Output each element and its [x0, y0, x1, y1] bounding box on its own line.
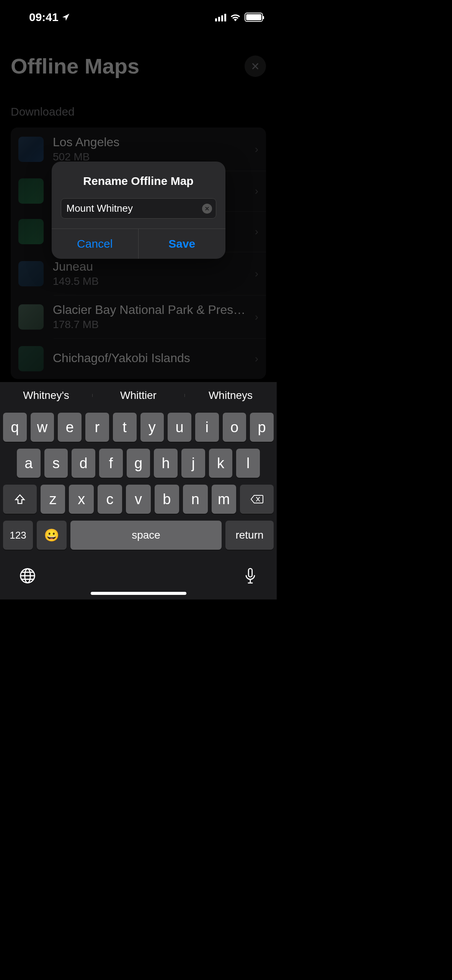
key-s[interactable]: s [44, 449, 68, 478]
dialog-buttons: Cancel Save [52, 229, 225, 259]
map-size: 149.5 MB [53, 275, 246, 287]
key-i[interactable]: i [195, 413, 219, 442]
clock-time: 09:41 [29, 11, 59, 24]
status-icons [215, 13, 263, 22]
suggestion[interactable]: Whittier [92, 389, 184, 402]
clear-input-button[interactable] [202, 204, 212, 214]
key-v[interactable]: v [126, 485, 150, 514]
keyboard-row-4: 123 😀 space return [3, 521, 274, 550]
key-b[interactable]: b [155, 485, 179, 514]
key-h[interactable]: h [154, 449, 178, 478]
key-q[interactable]: q [3, 413, 27, 442]
suggestion[interactable]: Whitneys [184, 389, 277, 402]
map-row[interactable]: Chichagof/Yakobi Islands › [11, 338, 266, 379]
key-x[interactable]: x [69, 485, 93, 514]
key-g[interactable]: g [127, 449, 150, 478]
key-w[interactable]: w [31, 413, 54, 442]
key-p[interactable]: p [250, 413, 274, 442]
map-name: Glacier Bay National Park & Preser… [53, 303, 246, 317]
wifi-icon [230, 13, 241, 21]
map-thumbnail [18, 178, 44, 204]
return-key[interactable]: return [225, 521, 274, 550]
status-bar: 09:41 [0, 0, 277, 34]
chevron-right-icon: › [255, 311, 258, 323]
key-t[interactable]: t [113, 413, 137, 442]
key-m[interactable]: m [212, 485, 236, 514]
keyboard: Whitney's Whittier Whitneys q w e r t y … [0, 382, 277, 599]
backspace-icon [250, 494, 263, 504]
key-y[interactable]: y [140, 413, 164, 442]
shift-icon [14, 493, 26, 505]
map-thumbnail [18, 346, 44, 371]
page-title: Offline Maps [11, 54, 139, 78]
key-o[interactable]: o [223, 413, 246, 442]
map-thumbnail [18, 261, 44, 286]
home-indicator[interactable] [91, 592, 186, 595]
key-k[interactable]: k [209, 449, 233, 478]
close-icon [205, 206, 209, 211]
chevron-right-icon: › [255, 353, 258, 365]
map-thumbnail [18, 304, 44, 330]
battery-icon [245, 13, 263, 22]
cellular-signal-icon [215, 13, 226, 21]
mic-icon[interactable] [243, 567, 258, 584]
key-n[interactable]: n [183, 485, 207, 514]
suggestion[interactable]: Whitney's [0, 389, 92, 402]
map-row[interactable]: Glacier Bay National Park & Preser… 178.… [11, 295, 266, 338]
dialog-title: Rename Offline Map [52, 162, 225, 198]
map-name: Chichagof/Yakobi Islands [53, 351, 246, 365]
space-key[interactable]: space [70, 521, 222, 550]
location-services-icon [62, 13, 70, 21]
save-button[interactable]: Save [138, 229, 225, 259]
key-j[interactable]: j [181, 449, 205, 478]
backspace-key[interactable] [240, 485, 274, 514]
chevron-right-icon: › [255, 143, 258, 155]
keyboard-row-3: z x c v b n m [3, 485, 274, 514]
numeric-key[interactable]: 123 [3, 521, 33, 550]
chevron-right-icon: › [255, 268, 258, 280]
chevron-right-icon: › [255, 225, 258, 238]
key-d[interactable]: d [72, 449, 95, 478]
key-f[interactable]: f [99, 449, 123, 478]
key-l[interactable]: l [236, 449, 260, 478]
key-e[interactable]: e [58, 413, 82, 442]
close-button[interactable] [245, 56, 266, 77]
key-a[interactable]: a [17, 449, 41, 478]
keyboard-row-2: a s d f g h j k l [3, 449, 274, 478]
status-time: 09:41 [14, 11, 70, 24]
key-r[interactable]: r [85, 413, 109, 442]
map-thumbnail [18, 219, 44, 244]
keyboard-bottom-bar [0, 557, 277, 588]
keyboard-row-1: q w e r t y u i o p [3, 413, 274, 442]
rename-dialog: Rename Offline Map Cancel Save [52, 162, 225, 259]
cancel-button[interactable]: Cancel [52, 229, 139, 259]
map-thumbnail [18, 137, 44, 162]
keyboard-suggestions: Whitney's Whittier Whitneys [0, 382, 277, 409]
map-name: Juneau [53, 260, 246, 274]
key-c[interactable]: c [98, 485, 122, 514]
globe-icon[interactable] [19, 567, 36, 584]
map-name: Los Angeles [53, 135, 246, 149]
emoji-icon: 😀 [44, 528, 59, 542]
chevron-right-icon: › [255, 185, 258, 197]
shift-key[interactable] [3, 485, 37, 514]
rename-field-wrapper [61, 198, 216, 219]
section-downloaded-label: Downloaded [11, 105, 266, 118]
rename-input[interactable] [61, 199, 202, 218]
emoji-key[interactable]: 😀 [37, 521, 67, 550]
close-icon [251, 62, 259, 70]
key-z[interactable]: z [41, 485, 65, 514]
key-u[interactable]: u [168, 413, 191, 442]
map-size: 178.7 MB [53, 318, 246, 331]
svg-rect-2 [248, 568, 252, 577]
